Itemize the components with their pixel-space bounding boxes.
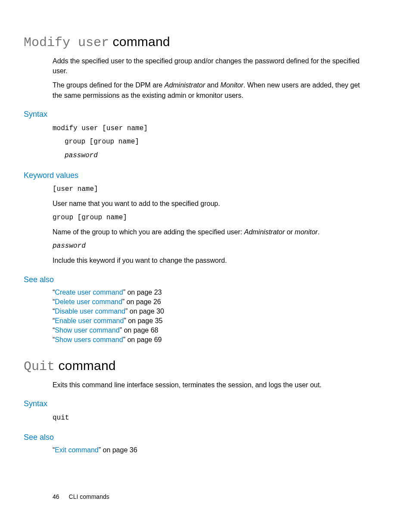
cross-reference-link[interactable]: Create user command <box>55 289 123 296</box>
text: and <box>205 81 221 89</box>
code-line: quit <box>53 413 385 424</box>
code-line: password <box>53 241 368 251</box>
see-also-list: “Create user command” on page 23“Delete … <box>53 289 385 344</box>
cross-reference-link[interactable]: Show user command <box>55 327 119 334</box>
see-also-item: “Enable user command” on page 35 <box>53 317 385 325</box>
subheading-syntax: Syntax <box>24 110 385 119</box>
paragraph: Exits this command line interface sessio… <box>53 380 368 390</box>
code-line: modify user [user name] <box>53 123 385 134</box>
subheading-keyword-values: Keyword values <box>24 171 385 180</box>
text: or <box>285 228 295 236</box>
paragraph: User name that you want to add to the sp… <box>53 199 368 208</box>
page-reference: on page 26 <box>125 298 161 305</box>
cross-reference-link[interactable]: Exit command <box>55 446 98 454</box>
text-italic: monitor <box>295 228 318 236</box>
code-line: group [group name] <box>65 137 385 148</box>
page-reference: on page 23 <box>125 289 162 296</box>
cross-reference-link[interactable]: Disable user command <box>55 308 125 315</box>
section-heading-quit: Quit command <box>24 358 385 374</box>
footer-label: CLI commands <box>69 493 109 500</box>
text-italic: Monitor <box>221 81 243 89</box>
text: The groups defined for the DPM are <box>53 81 165 89</box>
text-italic: Administrator <box>165 81 205 89</box>
cross-reference-link[interactable]: Enable user command <box>55 317 124 324</box>
page-number: 46 <box>53 493 59 500</box>
cross-reference-link[interactable]: Show users command <box>55 336 123 343</box>
document-page: Modify user command Adds the specified u… <box>0 0 411 532</box>
page-reference: on page 36 <box>101 446 137 454</box>
see-also-list: “Exit command” on page 36 <box>53 446 385 454</box>
paragraph: Include this keyword if you want to chan… <box>53 255 368 265</box>
heading-rest: command <box>109 34 170 49</box>
text-italic: Administrator <box>244 228 285 236</box>
see-also-item: “Exit command” on page 36 <box>53 446 385 454</box>
code-line: password <box>65 150 385 162</box>
page-reference: on page 69 <box>125 336 162 343</box>
text: . <box>318 228 319 236</box>
see-also-item: “Create user command” on page 23 <box>53 289 385 296</box>
see-also-item: “Disable user command” on page 30 <box>53 308 385 315</box>
paragraph: Adds the specified user to the specified… <box>53 56 368 76</box>
syntax-block: quit <box>53 413 385 424</box>
keyword-values-block: [user name] User name that you want to a… <box>53 184 368 266</box>
heading-mono: Quit <box>24 359 55 374</box>
heading-mono: Modify user <box>24 35 109 50</box>
text: Name of the group to which you are addin… <box>53 228 244 236</box>
subheading-see-also: See also <box>24 275 385 284</box>
paragraph: The groups defined for the DPM are Admin… <box>53 80 368 100</box>
see-also-item: “Delete user command” on page 26 <box>53 298 385 306</box>
syntax-block: modify user [user name] group [group nam… <box>53 123 385 162</box>
page-reference: on page 35 <box>126 317 163 324</box>
subheading-see-also: See also <box>24 433 385 442</box>
page-footer: 46CLI commands <box>53 493 109 500</box>
intro-paragraphs: Adds the specified user to the specified… <box>53 56 368 100</box>
see-also-item: “Show users command” on page 69 <box>53 336 385 344</box>
page-reference: on page 30 <box>128 308 164 315</box>
subheading-syntax: Syntax <box>24 399 385 408</box>
code-line: [user name] <box>53 184 368 194</box>
see-also-item: “Show user command” on page 68 <box>53 327 385 334</box>
cross-reference-link[interactable]: Delete user command <box>55 298 122 305</box>
section-heading-modify-user: Modify user command <box>24 34 385 50</box>
paragraph: Name of the group to which you are addin… <box>53 227 368 237</box>
code-line: group [group name] <box>53 213 368 223</box>
heading-rest: command <box>55 358 116 373</box>
intro-paragraphs: Exits this command line interface sessio… <box>53 380 368 390</box>
page-reference: on page 68 <box>122 327 159 334</box>
